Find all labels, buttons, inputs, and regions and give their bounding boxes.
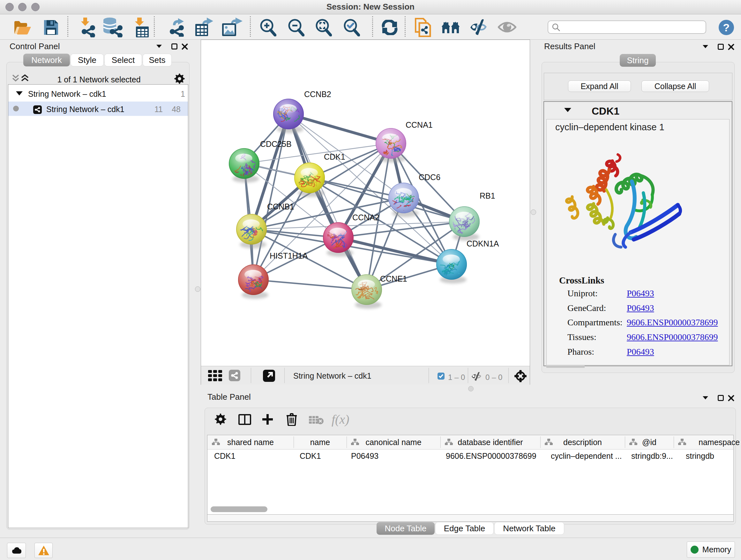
svg-text:CDK1: CDK1: [324, 152, 345, 161]
svg-text:CDC25B: CDC25B: [260, 139, 292, 148]
svg-text:RB1: RB1: [480, 191, 495, 200]
svg-text:CCNE1: CCNE1: [380, 274, 407, 283]
svg-text:CCNA2: CCNA2: [352, 213, 380, 222]
svg-text:CCNB2: CCNB2: [304, 90, 331, 99]
svg-text:CDC6: CDC6: [419, 173, 441, 182]
svg-text:HIST1H1A: HIST1H1A: [270, 251, 308, 260]
svg-text:CDKN1A: CDKN1A: [467, 239, 499, 248]
svg-text:CCNA1: CCNA1: [406, 120, 433, 129]
svg-text:CCNB1: CCNB1: [267, 202, 294, 211]
